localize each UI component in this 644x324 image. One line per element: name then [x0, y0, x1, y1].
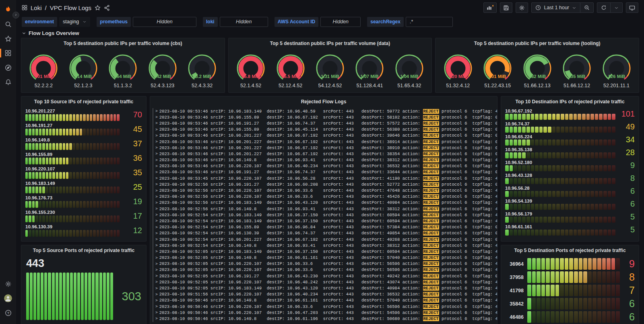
- variable-search-regex-input[interactable]: .*: [406, 17, 453, 27]
- log-line[interactable]: >2023-08-10 09:52:05 srcIP: 10.96.183.14…: [153, 248, 495, 254]
- log-expand-chevron-icon[interactable]: >: [155, 152, 158, 156]
- log-line[interactable]: >2023-08-10 09:52:05 srcIP: 10.96.220.10…: [153, 261, 495, 267]
- row-flow-logs-overview[interactable]: Flow Logs Overview: [16, 28, 644, 38]
- log-expand-chevron-icon[interactable]: >: [155, 310, 158, 315]
- bar-gauge-row[interactable]: 303: [26, 273, 141, 320]
- log-expand-chevron-icon[interactable]: >: [155, 127, 158, 132]
- log-line[interactable]: >2023-08-10 09:53:46 srcIP: 10.96.201.22…: [153, 139, 495, 145]
- variable-aws-account-input[interactable]: Hidden: [320, 17, 361, 27]
- log-line[interactable]: >2023-08-10 09:53:46 srcIP: 10.96.201.22…: [153, 133, 495, 139]
- dashboard-settings-button[interactable]: [516, 2, 528, 13]
- explore-compass-icon[interactable]: [2, 62, 14, 73]
- gauge[interactable]: 242 MiB52.4.3.123: [144, 53, 182, 88]
- gauge[interactable]: 201 MiB51.22.43.15: [479, 53, 516, 88]
- bar-gauge-row[interactable]: 10.96.52.1809: [505, 160, 635, 171]
- bar-gauge-row[interactable]: 10.96.35.13828: [505, 147, 635, 158]
- panel-title[interactable]: Top 5 Source Ports of rejected private t…: [21, 245, 146, 256]
- log-line[interactable]: >2023-08-10 09:53:46 srcIP: 10.96.191.27…: [153, 120, 495, 126]
- log-line[interactable]: >2023-08-10 09:50:46 srcIP: 10.96.220.10…: [153, 310, 495, 316]
- gauge[interactable]: 314 MiB52.1.2.3: [64, 53, 102, 88]
- gauge[interactable]: 1.31 MiB54.12.4.52: [311, 53, 349, 88]
- log-expand-chevron-icon[interactable]: >: [155, 201, 158, 205]
- panel-title[interactable]: Top 5 destination public IPs per traffic…: [436, 38, 639, 49]
- log-line[interactable]: >2023-08-10 09:52:54 srcIP: 10.96.149.8 …: [153, 242, 495, 248]
- bar-gauge-row[interactable]: 464866: [505, 311, 635, 323]
- log-expand-chevron-icon[interactable]: >: [155, 109, 158, 113]
- log-expand-chevron-icon[interactable]: >: [155, 219, 158, 223]
- log-expand-chevron-icon[interactable]: >: [155, 286, 158, 291]
- log-line[interactable]: >2023-08-10 09:52:54 srcIP: 10.96.183.14…: [153, 218, 495, 224]
- log-expand-chevron-icon[interactable]: >: [155, 213, 158, 217]
- panel-title[interactable]: Rejected Flow Logs: [150, 96, 497, 107]
- alerting-bell-icon[interactable]: [2, 77, 14, 87]
- log-line[interactable]: >2023-08-10 09:53:46 srcIP: 10.96.149.8 …: [153, 157, 495, 163]
- log-expand-chevron-icon[interactable]: >: [155, 115, 158, 119]
- log-line[interactable]: >2023-08-10 09:52:54 srcIP: 10.96.201.22…: [153, 236, 495, 242]
- bar-gauge-row[interactable]: 10.96.183.14925: [25, 180, 142, 193]
- grafana-logo-icon[interactable]: [2, 4, 14, 15]
- breadcrumb-folder[interactable]: Loki: [31, 4, 42, 11]
- bar-gauge-row[interactable]: 10.96.130.3912: [25, 224, 142, 237]
- sidebar-expand-button[interactable]: ›: [12, 12, 19, 18]
- panel-title[interactable]: Top 5 destination public IPs per traffic…: [21, 38, 225, 49]
- log-expand-chevron-icon[interactable]: >: [155, 121, 158, 125]
- log-expand-chevron-icon[interactable]: >: [155, 207, 158, 211]
- log-expand-chevron-icon[interactable]: >: [155, 292, 158, 297]
- panel-title[interactable]: Top 5 destination public IPs per traffic…: [229, 38, 432, 49]
- log-expand-chevron-icon[interactable]: >: [155, 146, 158, 150]
- log-line[interactable]: >2023-08-10 09:53:46 srcIP: 10.96.220.10…: [153, 163, 495, 169]
- panel-title[interactable]: Top 5 Destination Ports of rejected priv…: [501, 245, 639, 256]
- bar-gauge-row[interactable]: 10.96.56.286: [505, 185, 635, 197]
- gauge[interactable]: 220 MiB51.32.4.12: [439, 53, 477, 88]
- settings-gear-icon[interactable]: [2, 279, 14, 289]
- log-expand-chevron-icon[interactable]: >: [155, 139, 158, 144]
- log-expand-chevron-icon[interactable]: >: [155, 237, 158, 242]
- log-expand-chevron-icon[interactable]: >: [155, 280, 158, 284]
- bar-gauge-row[interactable]: 358426: [505, 298, 635, 310]
- log-line[interactable]: >2023-08-10 09:53:46 srcIP: 10.96.191.27…: [153, 169, 495, 175]
- log-line[interactable]: >2023-08-10 09:52:05 srcIP: 10.96.191.27…: [153, 273, 495, 279]
- gauge[interactable]: 264 MiB51.1.3.2: [104, 53, 142, 88]
- panel-title[interactable]: Top 10 Destination IPs of rejected priva…: [501, 96, 639, 107]
- log-expand-chevron-icon[interactable]: >: [155, 195, 158, 199]
- log-expand-chevron-icon[interactable]: >: [155, 249, 158, 254]
- log-expand-chevron-icon[interactable]: >: [155, 304, 158, 309]
- log-expand-chevron-icon[interactable]: >: [155, 231, 158, 236]
- log-expand-chevron-icon[interactable]: >: [155, 133, 158, 138]
- log-expand-chevron-icon[interactable]: >: [155, 274, 158, 278]
- bar-gauge-row[interactable]: 10.96.155.8936: [25, 152, 142, 164]
- save-dashboard-button[interactable]: [500, 2, 512, 13]
- variable-prometheus-input[interactable]: Hidden: [133, 17, 196, 27]
- log-line[interactable]: >2023-08-10 09:53:46 srcIP: 10.96.201.22…: [153, 151, 495, 157]
- bar-gauge-row[interactable]: 10.96.220.10735: [25, 166, 142, 179]
- gauge[interactable]: 126 MiB52.201.11.1: [598, 53, 636, 88]
- log-expand-chevron-icon[interactable]: >: [155, 298, 158, 303]
- log-expand-chevron-icon[interactable]: >: [155, 189, 158, 193]
- share-icon[interactable]: [104, 5, 110, 11]
- log-expand-chevron-icon[interactable]: >: [155, 268, 158, 272]
- log-line[interactable]: >2023-08-10 09:52:56 srcIP: 10.96.220.10…: [153, 194, 495, 200]
- log-line[interactable]: >2023-08-10 09:53:46 srcIP: 10.96.201.22…: [153, 145, 495, 151]
- log-expand-chevron-icon[interactable]: >: [155, 256, 158, 260]
- log-expand-chevron-icon[interactable]: >: [155, 176, 158, 180]
- search-icon[interactable]: [2, 19, 14, 29]
- bar-gauge-row[interactable]: 10.96.67.192101: [505, 108, 635, 120]
- bar-gauge-row[interactable]: 10.96.191.2745: [25, 123, 142, 135]
- user-avatar[interactable]: [2, 293, 14, 303]
- log-line[interactable]: >2023-08-10 09:53:46 srcIP: 10.96.183.14…: [153, 108, 495, 114]
- log-line[interactable]: >2023-08-10 09:50:46 srcIP: 10.96.220.10…: [153, 303, 495, 310]
- gauge[interactable]: 75.5 MiB52.12.4.52: [272, 53, 310, 88]
- zoom-out-time-button[interactable]: [580, 3, 593, 12]
- log-expand-chevron-icon[interactable]: >: [155, 170, 158, 174]
- log-expand-chevron-icon[interactable]: >: [155, 243, 158, 248]
- log-line[interactable]: >2023-08-10 09:52:56 srcIP: 10.96.183.14…: [153, 200, 495, 206]
- bar-gauge-row[interactable]: 10.96.176.7319: [25, 195, 142, 208]
- log-expand-chevron-icon[interactable]: >: [155, 225, 158, 230]
- log-expand-chevron-icon[interactable]: >: [155, 262, 158, 266]
- bar-gauge-row[interactable]: 10.96.65.22434: [505, 134, 635, 146]
- log-line[interactable]: >2023-08-10 09:52:56 srcIP: 10.96.220.10…: [153, 187, 495, 193]
- log-line[interactable]: >2023-08-10 09:50:46 srcIP: 10.96.149.8 …: [153, 316, 495, 322]
- starred-icon[interactable]: [2, 33, 14, 44]
- variable-loki-input[interactable]: Hidden: [220, 17, 268, 27]
- log-line[interactable]: >2023-08-10 09:52:56 srcIP: 10.96.191.27…: [153, 181, 495, 187]
